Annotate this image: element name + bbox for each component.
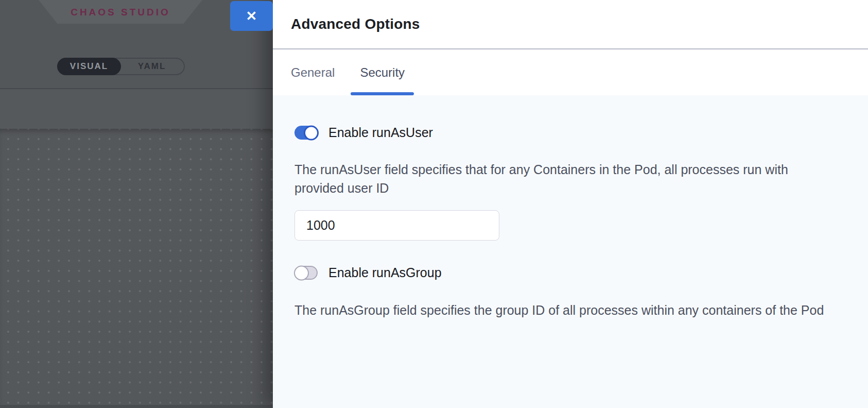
- drawer-tabs: General Security: [273, 49, 868, 95]
- toggle-knob: [304, 125, 319, 140]
- run-as-group-description: The runAsGroup field specifies the group…: [294, 301, 830, 319]
- run-as-group-label: Enable runAsGroup: [328, 265, 442, 280]
- advanced-options-drawer: Advanced Options General Security Enable…: [273, 0, 868, 408]
- run-as-group-row: Enable runAsGroup: [294, 265, 847, 280]
- studio-footer-bar: [0, 405, 273, 408]
- run-as-user-input[interactable]: [294, 210, 499, 241]
- tab-security-label: Security: [360, 65, 405, 80]
- visual-yaml-switch: VISUAL YAML: [57, 58, 185, 75]
- tab-general-label: General: [291, 65, 335, 80]
- drawer-title: Advanced Options: [291, 16, 420, 32]
- chaos-studio-title: CHAOS STUDIO: [71, 6, 170, 18]
- studio-subtoolbar: [0, 88, 273, 129]
- yaml-mode-button[interactable]: YAML: [120, 59, 184, 74]
- close-drawer-button[interactable]: ✕: [230, 1, 273, 31]
- run-as-user-label: Enable runAsUser: [328, 125, 433, 140]
- tab-general[interactable]: General: [282, 49, 344, 95]
- workflow-dotted-canvas: [0, 129, 273, 405]
- tab-security[interactable]: Security: [351, 49, 414, 95]
- close-icon: ✕: [246, 8, 257, 24]
- visual-mode-button[interactable]: VISUAL: [57, 58, 121, 75]
- run-as-user-row: Enable runAsUser: [294, 125, 847, 140]
- drawer-header: Advanced Options: [273, 0, 868, 49]
- run-as-user-toggle[interactable]: [294, 126, 318, 140]
- run-as-user-description: The runAsUser field specifies that for a…: [294, 160, 830, 197]
- toggle-knob: [294, 265, 309, 280]
- security-tab-panel: Enable runAsUser The runAsUser field spe…: [273, 95, 868, 408]
- chaos-studio-banner: CHAOS STUDIO: [39, 0, 202, 24]
- app-screen: CHAOS STUDIO VISUAL YAML ✕ Advanced Opti…: [0, 0, 868, 408]
- chaos-studio-dimmed-region: CHAOS STUDIO VISUAL YAML: [0, 0, 273, 408]
- run-as-group-toggle[interactable]: [294, 266, 318, 280]
